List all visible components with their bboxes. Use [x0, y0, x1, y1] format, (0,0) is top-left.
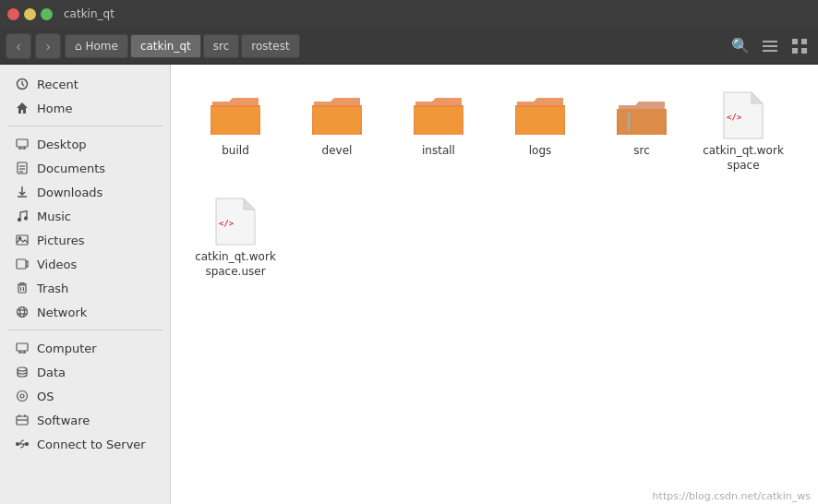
minimize-button[interactable] [24, 8, 36, 20]
svg-rect-3 [792, 39, 798, 44]
svg-point-20 [25, 217, 28, 220]
xml-icon-workspace: </> [716, 90, 771, 140]
sidebar-item-data[interactable]: Data [4, 360, 166, 384]
sidebar-item-software[interactable]: Software [4, 408, 166, 432]
svg-marker-8 [17, 102, 28, 114]
sidebar-label-pictures: Pictures [37, 234, 84, 247]
svg-rect-5 [792, 48, 798, 54]
sidebar: Recent Home Desktop [0, 65, 171, 504]
svg-rect-31 [17, 343, 28, 351]
desktop-icon [15, 137, 30, 151]
folder-icon-build [208, 90, 263, 140]
svg-rect-21 [17, 235, 28, 245]
breadcrumb-rostest[interactable]: rostest [241, 34, 299, 58]
os-icon [15, 389, 30, 403]
sidebar-item-documents[interactable]: Documents [4, 156, 166, 180]
breadcrumb-src[interactable]: src [203, 34, 240, 58]
svg-point-43 [26, 443, 29, 446]
sidebar-item-home[interactable]: Home [4, 96, 166, 120]
file-item-src[interactable]: src [595, 83, 688, 180]
folder-icon-logs [512, 90, 568, 140]
file-item-catkin-workspace-user[interactable]: </> catkin_qt.workspace.user [189, 189, 282, 286]
sidebar-label-os: OS [37, 390, 54, 403]
sidebar-item-connect-to-server[interactable]: Connect to Server [4, 432, 166, 456]
svg-rect-9 [17, 139, 28, 147]
svg-rect-6 [801, 48, 807, 54]
sidebar-item-music[interactable]: Music [4, 204, 166, 228]
sidebar-label-downloads: Downloads [37, 186, 102, 199]
breadcrumb-catkin-qt[interactable]: catkin_qt [130, 34, 201, 58]
search-button[interactable]: 🔍 [728, 33, 753, 59]
url-hint: https://blog.csdn.net/catkin_ws [653, 490, 811, 502]
sidebar-label-network: Network [37, 306, 87, 319]
data-icon [15, 365, 30, 379]
sidebar-label-connect-to-server: Connect to Server [37, 438, 146, 451]
folder-icon-src [614, 90, 669, 140]
sidebar-item-pictures[interactable]: Pictures [4, 228, 166, 252]
sidebar-item-computer[interactable]: Computer [4, 336, 166, 360]
svg-point-35 [18, 367, 27, 371]
computer-icon [15, 341, 30, 355]
sidebar-item-downloads[interactable]: Downloads [4, 180, 166, 204]
file-item-catkin-workspace[interactable]: </> catkin_qt.workspace [697, 83, 789, 180]
downloads-icon [15, 185, 30, 199]
sidebar-divider-2 [7, 330, 162, 330]
maximize-button[interactable] [41, 8, 53, 20]
breadcrumb-home[interactable]: ⌂ Home [65, 34, 128, 58]
svg-rect-23 [17, 259, 26, 269]
sidebar-divider-1 [7, 126, 162, 126]
toolbar: ‹ › ⌂ Home catkin_qt src rostest 🔍 [0, 28, 818, 65]
file-label-install: install [422, 144, 455, 159]
sidebar-label-music: Music [37, 210, 71, 223]
main-layout: Recent Home Desktop [0, 65, 818, 504]
svg-marker-50 [244, 198, 255, 210]
home-icon [15, 101, 30, 115]
file-label-devel: devel [322, 144, 353, 159]
file-item-build[interactable]: build [189, 83, 282, 180]
forward-button[interactable]: › [35, 33, 61, 59]
svg-point-36 [18, 391, 28, 402]
list-view-button[interactable] [757, 33, 783, 59]
svg-text:</>: </> [727, 113, 742, 122]
grid-view-button[interactable] [787, 33, 812, 59]
svg-rect-0 [763, 41, 777, 42]
file-label-src: src [633, 144, 650, 159]
pictures-icon [15, 233, 30, 247]
sidebar-item-network[interactable]: Network [4, 300, 166, 324]
sidebar-label-computer: Computer [37, 342, 97, 355]
close-button[interactable] [7, 8, 19, 20]
sidebar-item-os[interactable]: OS [4, 384, 166, 408]
sidebar-label-recent: Recent [37, 78, 78, 91]
file-item-install[interactable]: install [392, 83, 485, 180]
svg-point-37 [20, 394, 24, 398]
music-icon [15, 209, 30, 223]
documents-icon [15, 161, 30, 175]
sidebar-item-videos[interactable]: Videos [4, 252, 166, 276]
file-label-catkin-workspace: catkin_qt.workspace [701, 144, 786, 173]
svg-point-27 [18, 307, 28, 318]
videos-icon [15, 257, 30, 271]
recent-icon [15, 77, 30, 91]
file-item-devel[interactable]: devel [291, 83, 383, 180]
window-controls [7, 8, 53, 20]
sidebar-item-recent[interactable]: Recent [4, 72, 166, 96]
sidebar-item-trash[interactable]: Trash [4, 276, 166, 300]
folder-icon-install [411, 90, 466, 140]
sidebar-label-desktop: Desktop [37, 138, 87, 151]
svg-rect-1 [763, 45, 777, 47]
svg-text:</>: </> [219, 219, 235, 228]
trash-icon [15, 281, 30, 295]
folder-icon-devel [309, 90, 365, 140]
software-icon [15, 413, 30, 427]
svg-point-28 [20, 307, 25, 318]
sidebar-label-videos: Videos [37, 258, 77, 271]
sidebar-label-software: Software [37, 414, 90, 427]
file-item-logs[interactable]: logs [494, 83, 586, 180]
sidebar-item-desktop[interactable]: Desktop [4, 132, 166, 156]
titlebar: catkin_qt [0, 0, 818, 28]
file-label-build: build [222, 144, 249, 159]
breadcrumb: ⌂ Home catkin_qt src rostest [65, 34, 724, 58]
back-button[interactable]: ‹ [6, 33, 31, 59]
svg-rect-24 [18, 285, 26, 293]
sidebar-label-home: Home [37, 102, 72, 115]
